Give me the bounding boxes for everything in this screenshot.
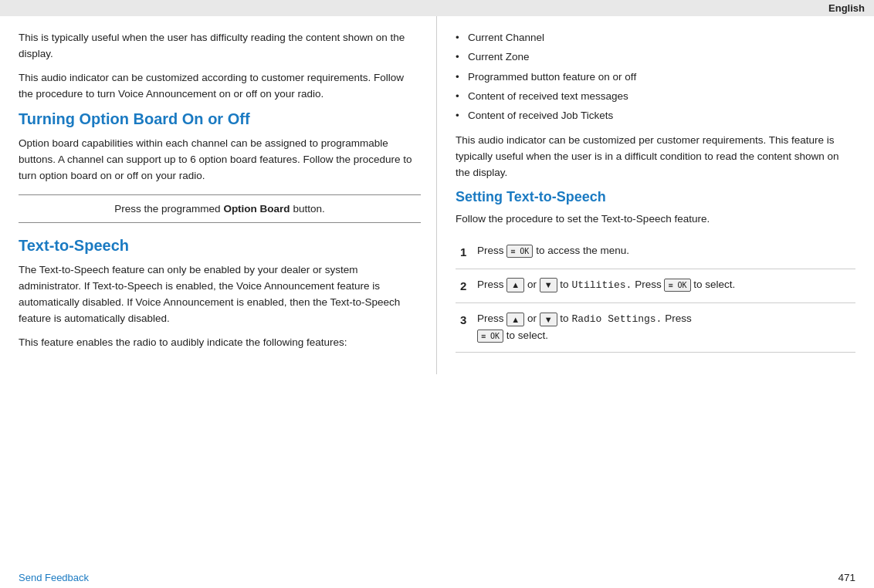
step-content-1: Press ≡ OK to access the menu.: [473, 235, 855, 269]
subheading-tts: Setting Text-to-Speech: [456, 189, 855, 205]
bullet-list: Current Channel Current Zone Programmed …: [456, 30, 855, 123]
step3-to: to: [560, 313, 571, 324]
list-item: Current Channel: [456, 30, 855, 46]
right-para-2: Follow the procedure to set the Text-to-…: [456, 211, 855, 228]
instruction-bold: Option Board: [223, 203, 290, 215]
key-icon-ok-1: ≡ OK: [506, 245, 533, 258]
step2-mono: Utilities.: [571, 279, 632, 291]
key-icon-ok-3: ≡ OK: [477, 329, 503, 343]
step2-text-before: Press: [477, 279, 504, 290]
step2-to: to: [560, 279, 571, 290]
right-para-1: This audio indicator can be customized p…: [456, 133, 855, 181]
list-item: Programmed button feature on or off: [456, 69, 855, 85]
step-number-3: 3: [456, 303, 473, 352]
step-number-2: 2: [456, 269, 473, 303]
step3-text-before: Press: [477, 313, 504, 324]
step3-mono: Radio Settings.: [571, 313, 662, 325]
arrow-up-icon-3: ▲: [506, 313, 524, 326]
list-item: Current Zone: [456, 49, 855, 65]
heading-tts: Text-to-Speech: [19, 237, 421, 255]
step-content-2: Press ▲ or ▼ to Utilities. Press ≡ OK to…: [473, 269, 855, 303]
step-number-1: 1: [456, 235, 473, 269]
step1-text-after: to access the menu.: [536, 245, 629, 256]
list-item: Content of received Job Tickets: [456, 108, 855, 123]
step2-or: or: [527, 279, 540, 290]
key-icon-ok-2: ≡ OK: [664, 279, 690, 292]
step-row-1: 1 Press ≡ OK to access the menu.: [456, 235, 855, 269]
step3-press: Press: [665, 313, 692, 324]
step-row-2: 2 Press ▲ or ▼ to Utilities. Press ≡ OK …: [456, 269, 855, 303]
step-content-3: Press ▲ or ▼ to Radio Settings. Press ≡ …: [473, 303, 855, 352]
instruction-end: button.: [293, 203, 324, 215]
step3-or: or: [527, 313, 540, 324]
steps-table: 1 Press ≡ OK to access the menu. 2 Press…: [456, 235, 855, 353]
arrow-down-icon-3: ▼: [540, 313, 557, 326]
page-number: 471: [838, 572, 855, 583]
left-para-5: This feature enables the radio to audibl…: [19, 335, 421, 351]
left-para-4: The Text-to-Speech feature can only be e…: [19, 262, 421, 327]
left-para-2: This audio indicator can be customized a…: [19, 70, 421, 103]
left-para-1: This is typically useful when the user h…: [19, 30, 421, 63]
list-item: Content of received text messages: [456, 89, 855, 104]
step2-press: Press: [635, 279, 664, 290]
right-column: Current Channel Current Zone Programmed …: [437, 16, 874, 374]
left-para-3: Option board capabilities within each ch…: [19, 136, 421, 184]
footer: Send Feedback 471: [0, 567, 874, 588]
send-feedback-link[interactable]: Send Feedback: [19, 572, 89, 583]
language-label: English: [828, 2, 865, 14]
heading-option-board: Turning Option Board On or Off: [19, 110, 421, 128]
arrow-up-icon-2: ▲: [506, 278, 524, 292]
left-column: This is typically useful when the user h…: [0, 16, 437, 374]
step3-end: to select.: [506, 329, 548, 341]
instruction-box: Press the programmed Option Board button…: [19, 194, 421, 223]
step-row-3: 3 Press ▲ or ▼ to Radio Settings. Press …: [456, 303, 855, 352]
step1-text-before: Press: [477, 245, 504, 256]
arrow-down-icon-2: ▼: [540, 278, 557, 292]
step2-end: to select.: [693, 279, 735, 290]
instruction-text: Press the programmed: [114, 203, 220, 215]
